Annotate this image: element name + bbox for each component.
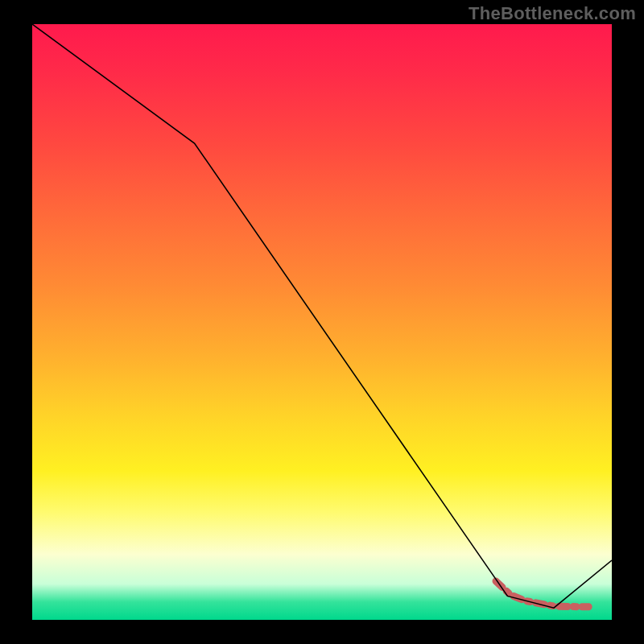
chart-svg [32, 24, 612, 620]
series-curve [32, 24, 612, 608]
series-highlight [496, 581, 588, 607]
plot-area [32, 24, 612, 620]
watermark-text: TheBottleneck.com [469, 3, 636, 24]
chart-stage: TheBottleneck.com [0, 0, 644, 644]
